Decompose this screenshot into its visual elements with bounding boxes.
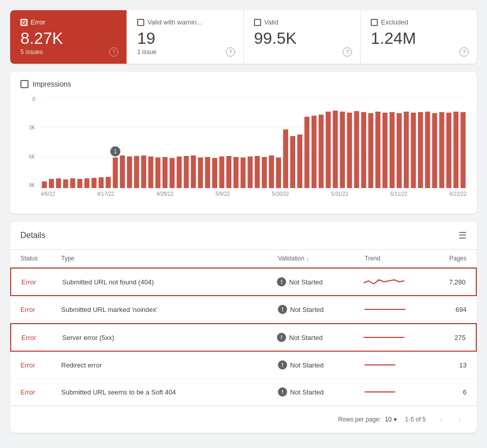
svg-rect-21 — [163, 157, 168, 188]
svg-rect-31 — [234, 157, 239, 188]
row3-type: Server error (5xx) — [62, 334, 277, 341]
row1-status: Error — [21, 278, 62, 286]
svg-rect-51 — [375, 112, 380, 188]
filter-icon[interactable]: ☰ — [458, 230, 467, 241]
rows-per-page-select[interactable]: 10 ▾ — [385, 416, 397, 423]
table-row[interactable]: Error Submitted URL marked 'noindex' ! N… — [10, 296, 477, 323]
row3-validation: ! Not Started — [277, 333, 364, 342]
row4-validation: ! Not Started — [278, 360, 365, 370]
sort-arrow-icon: ↓ — [306, 255, 310, 261]
svg-rect-5 — [49, 179, 54, 188]
x-label-1: 4/17/22 — [97, 191, 114, 203]
card-error-value: 8.27K — [20, 30, 116, 46]
row5-pages: 6 — [426, 388, 467, 396]
svg-rect-42 — [312, 116, 317, 188]
col-header-status: Status — [20, 255, 61, 262]
svg-rect-36 — [269, 155, 274, 188]
checkmark-icon: ✓ — [22, 20, 26, 25]
page-nav: ‹ › — [434, 412, 467, 427]
svg-rect-24 — [184, 156, 189, 188]
svg-rect-33 — [248, 156, 253, 188]
x-label-7: 6/22/22 — [450, 191, 467, 203]
card-vw-help-icon[interactable]: ? — [226, 47, 235, 57]
row5-trend — [365, 386, 426, 398]
card-valid[interactable]: Valid 99.5K ? — [244, 10, 361, 64]
svg-rect-30 — [226, 156, 232, 188]
svg-rect-10 — [84, 178, 89, 188]
svg-rect-35 — [262, 157, 267, 188]
row2-validation: ! Not Started — [278, 305, 365, 314]
row5-status: Error — [20, 388, 61, 396]
svg-rect-4 — [42, 181, 47, 188]
validation-icon-5: ! — [278, 387, 287, 397]
svg-rect-15 — [120, 155, 125, 188]
impressions-checkbox[interactable] — [20, 80, 29, 88]
row3-validation-text: Not Started — [289, 334, 323, 341]
trend-svg-3 — [364, 331, 404, 344]
impressions-header: Impressions — [20, 80, 467, 88]
card-excluded[interactable]: Excluded 1.24M ? — [361, 10, 477, 64]
rows-per-page: Rows per page: 10 ▾ — [338, 416, 397, 423]
row2-validation-text: Not Started — [290, 306, 324, 313]
svg-rect-45 — [333, 111, 338, 188]
svg-rect-18 — [141, 155, 146, 188]
table-row[interactable]: Error Submitted URL seems to be a Soft 4… — [10, 379, 477, 406]
card-excluded-help-icon[interactable]: ? — [459, 47, 469, 57]
table-row[interactable]: Error Redirect error ! Not Started 13 — [10, 352, 477, 379]
pagination: Rows per page: 10 ▾ 1-5 of 5 ‹ › — [10, 406, 477, 433]
svg-rect-34 — [254, 156, 260, 188]
trend-svg-4 — [365, 359, 395, 371]
prev-page-button[interactable]: ‹ — [434, 412, 448, 427]
rows-per-page-label: Rows per page: — [338, 416, 381, 423]
card-valid-checkbox[interactable] — [254, 19, 261, 26]
col-header-validation[interactable]: Validation ↓ — [278, 255, 365, 262]
impressions-label: Impressions — [33, 80, 71, 88]
card-excluded-label: Excluded — [381, 18, 408, 26]
validation-icon-2: ! — [278, 305, 287, 314]
card-error-help-icon[interactable]: ? — [109, 47, 118, 57]
svg-rect-29 — [219, 156, 224, 188]
svg-rect-59 — [432, 113, 437, 188]
svg-rect-48 — [354, 111, 359, 188]
row5-validation-text: Not Started — [290, 388, 324, 396]
x-label-0: 4/6/22 — [41, 191, 55, 203]
summary-cards: ✓ Error 8.27K 5 issues ? Valid with warn… — [10, 10, 477, 64]
svg-rect-32 — [241, 157, 246, 188]
row1-pages: 7,280 — [425, 278, 466, 286]
x-label-5: 5/31/22 — [331, 191, 348, 203]
table-row[interactable]: Error Server error (5xx) ! Not Started 2… — [10, 323, 477, 352]
svg-rect-22 — [169, 158, 174, 188]
card-error[interactable]: ✓ Error 8.27K 5 issues ? — [10, 10, 127, 64]
card-error-checkbox[interactable]: ✓ — [20, 19, 28, 26]
validation-icon-4: ! — [278, 360, 287, 370]
card-error-issues: 5 issues — [20, 48, 116, 56]
next-page-button[interactable]: › — [452, 412, 467, 427]
svg-rect-17 — [134, 156, 139, 188]
row2-status: Error — [20, 306, 61, 313]
card-valid-value: 99.5K — [254, 30, 350, 46]
svg-rect-49 — [361, 112, 366, 188]
svg-rect-23 — [176, 156, 182, 188]
card-vw-value: 19 — [137, 30, 233, 46]
svg-rect-58 — [425, 112, 430, 188]
svg-rect-8 — [70, 178, 75, 188]
svg-rect-26 — [198, 157, 203, 188]
row5-type: Submitted URL seems to be a Soft 404 — [61, 388, 278, 396]
card-excluded-checkbox[interactable] — [371, 19, 378, 26]
card-valid-help-icon[interactable]: ? — [343, 47, 352, 57]
y-label-3: 0 — [20, 96, 38, 102]
y-label-2: 3K — [20, 125, 38, 130]
svg-rect-50 — [368, 113, 373, 188]
svg-rect-62 — [453, 112, 458, 188]
card-vw-checkbox[interactable] — [137, 19, 144, 26]
trend-svg-1 — [364, 276, 404, 288]
row1-trend — [364, 276, 425, 288]
svg-rect-43 — [319, 115, 324, 188]
card-valid-warning[interactable]: Valid with warnin... 19 1 issue ? — [127, 10, 244, 64]
svg-rect-44 — [326, 112, 331, 188]
chart-svg: 1 — [41, 96, 467, 188]
y-label-0: 9K — [20, 182, 38, 188]
x-label-6: 6/11/22 — [390, 191, 407, 203]
svg-rect-25 — [191, 155, 196, 188]
table-row[interactable]: Error Submitted URL not found (404) ! No… — [10, 268, 477, 296]
